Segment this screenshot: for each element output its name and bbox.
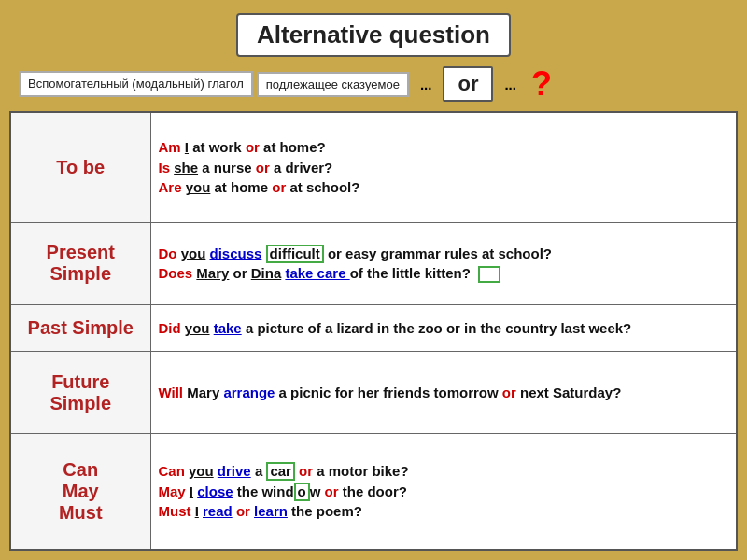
formula-aux-box: Вспомогательный (модальный) глагол [19,71,253,98]
label-modal: Can May Must [10,433,150,550]
label-to-be: To be [10,112,150,223]
table-row: Past Simple Did you take a picture of a … [10,304,737,352]
formula-or: or [443,66,493,102]
content-present-simple: Do you discuss difficult or easy grammar… [150,223,737,304]
content-past-simple: Did you take a picture of a lizard in th… [150,304,737,352]
table-row: To be Am I at work or at home? Is she a … [10,112,737,223]
page-container: Alternative question Вспомогательный (мо… [0,0,747,560]
formula-row: Вспомогательный (модальный) глагол подле… [9,64,738,104]
table-row: Present Simple Do you discuss difficult … [10,223,737,304]
content-to-be: Am I at work or at home? Is she a nurse … [150,112,737,223]
page-title: Alternative question [236,13,511,57]
label-past-simple: Past Simple [10,304,150,352]
content-future-simple: Will Mary arrange a picnic for her frien… [150,352,737,433]
grammar-table: To be Am I at work or at home? Is she a … [9,111,738,551]
table-row: Can May Must Can you drive a car or a mo… [10,433,737,550]
content-modal: Can you drive a car or a motor bike? May… [150,433,737,550]
formula-subject-box: подлежащее сказуемое [257,72,409,97]
label-future-simple: Future Simple [10,352,150,433]
table-row: Future Simple Will Mary arrange a picnic… [10,352,737,433]
formula-dots2: ... [497,73,524,96]
label-present-simple: Present Simple [10,223,150,304]
formula-question-mark: ? [531,64,552,104]
formula-dots1: ... [413,73,440,96]
